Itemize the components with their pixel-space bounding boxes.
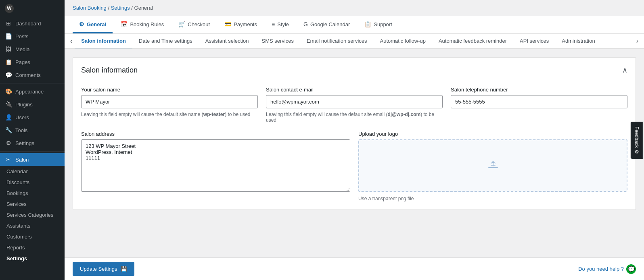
- support-tab-icon: 📋: [364, 21, 371, 27]
- comments-icon: 💬: [5, 72, 12, 78]
- posts-icon: 📄: [5, 33, 12, 39]
- general-tab-icon: ⚙: [79, 21, 84, 27]
- breadcrumb-salon-booking[interactable]: Salon Booking: [73, 5, 107, 11]
- sidebar-item-users[interactable]: 👤 Users: [0, 111, 65, 124]
- salon-name-input[interactable]: [81, 95, 258, 108]
- logo-upload-area[interactable]: [358, 139, 627, 192]
- wp-logo-icon: W: [5, 4, 14, 13]
- logo-group: Upload your logo Use a transparent png f…: [358, 131, 627, 201]
- save-icon: 💾: [121, 266, 127, 272]
- sub-tab-api-services[interactable]: API services: [513, 34, 555, 48]
- tab-payments[interactable]: 💳 Payments: [218, 16, 263, 33]
- style-tab-icon: ≡: [272, 21, 275, 27]
- update-settings-button[interactable]: Update Settings 💾: [73, 262, 134, 276]
- content-area: ⚙ General 📅 Booking Rules 🛒 Checkout 💳 P…: [65, 16, 644, 280]
- svg-rect-2: [488, 167, 498, 168]
- tools-icon: 🔧: [5, 127, 12, 133]
- users-icon: 👤: [5, 114, 12, 120]
- sub-tab-assistant-selection[interactable]: Assistant selection: [199, 34, 255, 48]
- sub-tabs: Salon information Date and Time settings…: [75, 34, 634, 48]
- main-content: Salon Booking / Settings / General ⚙ Gen…: [65, 0, 644, 280]
- top-tabs: ⚙ General 📅 Booking Rules 🛒 Checkout 💳 P…: [65, 16, 644, 34]
- sidebar-item-tools[interactable]: 🔧 Tools: [0, 124, 65, 137]
- salon-name-hint: Leaving this field empty will cause the …: [81, 112, 258, 117]
- plugins-icon: 🔌: [5, 101, 12, 108]
- sidebar-item-posts[interactable]: 📄 Posts: [0, 30, 65, 43]
- telephone-input[interactable]: [451, 95, 627, 108]
- sidebar-sub-item-services-categories[interactable]: Services Categories: [0, 209, 65, 220]
- sidebar-sub-item-bookings[interactable]: Bookings: [0, 188, 65, 199]
- section-title: Salon information: [81, 66, 138, 75]
- tab-general[interactable]: ⚙ General: [73, 16, 113, 33]
- settings-icon: ⚙: [5, 140, 12, 146]
- sub-tab-sms-services[interactable]: SMS services: [255, 34, 300, 48]
- sub-tabs-next-button[interactable]: ›: [634, 34, 641, 48]
- address-group: Salon address 123 WP Mayor Street WordPr…: [81, 131, 350, 201]
- feedback-icon: ⚙: [634, 149, 640, 153]
- salon-icon: ✂: [5, 156, 12, 163]
- salon-name-group: Your salon name Leaving this field empty…: [81, 87, 258, 123]
- contact-email-hint: Leaving this field empty will cause the …: [266, 112, 443, 123]
- appearance-icon: 🎨: [5, 88, 12, 95]
- sidebar-item-comments[interactable]: 💬 Comments: [0, 68, 65, 81]
- payments-tab-icon: 💳: [224, 21, 231, 27]
- sidebar-sub-item-assistants[interactable]: Assistants: [0, 220, 65, 231]
- sidebar: W ⊞ Dashboard 📄 Posts 🖼 Media 📋 Pages 💬 …: [0, 0, 65, 280]
- sub-tabs-prev-button[interactable]: ‹: [68, 34, 75, 48]
- google-calendar-tab-icon: G: [303, 21, 308, 27]
- checkout-tab-icon: 🛒: [178, 21, 185, 27]
- contact-email-label: Salon contact e-mail: [266, 87, 443, 93]
- sidebar-item-media[interactable]: 🖼 Media: [0, 43, 65, 56]
- sidebar-sub-item-calendar[interactable]: Calendar: [0, 166, 65, 177]
- contact-email-group: Salon contact e-mail Leaving this field …: [266, 87, 443, 123]
- help-bubble-icon: 💬: [626, 264, 636, 274]
- sub-tab-automatic-feedback[interactable]: Automatic feedback reminder: [432, 34, 513, 48]
- breadcrumb-settings[interactable]: Settings: [111, 5, 130, 11]
- bottom-bar: Update Settings 💾 Do you need help ? 💬: [65, 257, 644, 280]
- sidebar-logo: W: [0, 0, 65, 17]
- booking-rules-tab-icon: 📅: [121, 21, 128, 27]
- address-label: Salon address: [81, 131, 350, 137]
- sub-tab-administration[interactable]: Administration: [555, 34, 601, 48]
- sub-tab-salon-information[interactable]: Salon information: [75, 34, 132, 48]
- sub-tab-date-time[interactable]: Date and Time settings: [132, 34, 199, 48]
- sub-tab-email-notification[interactable]: Email notification services: [300, 34, 374, 48]
- salon-info-row-2: Salon address 123 WP Mayor Street WordPr…: [81, 131, 627, 201]
- sidebar-sub-item-settings[interactable]: Settings: [0, 253, 65, 264]
- sidebar-item-plugins[interactable]: 🔌 Plugins: [0, 98, 65, 111]
- sidebar-sub-item-services[interactable]: Services: [0, 199, 65, 209]
- telephone-group: Salon telephone number: [451, 87, 627, 123]
- sidebar-item-pages[interactable]: 📋 Pages: [0, 56, 65, 68]
- salon-name-label: Your salon name: [81, 87, 258, 93]
- tab-checkout[interactable]: 🛒 Checkout: [172, 16, 216, 33]
- help-link[interactable]: Do you need help ? 💬: [578, 264, 636, 274]
- upload-hint: Use a transparent png file: [358, 196, 627, 201]
- tab-style[interactable]: ≡ Style: [265, 16, 295, 33]
- sidebar-sub-item-customers[interactable]: Customers: [0, 231, 65, 242]
- tab-support[interactable]: 📋 Support: [358, 16, 399, 33]
- sidebar-sub-item-discounts[interactable]: Discounts: [0, 177, 65, 188]
- breadcrumb-current: General: [134, 5, 153, 11]
- tab-google-calendar[interactable]: G Google Calendar: [297, 16, 356, 33]
- sidebar-sub-item-reports[interactable]: Reports: [0, 242, 65, 253]
- breadcrumb: Salon Booking / Settings / General: [65, 0, 644, 16]
- logo-label: Upload your logo: [358, 131, 627, 137]
- dashboard-icon: ⊞: [5, 20, 12, 27]
- sub-tabs-wrapper: ‹ Salon information Date and Time settin…: [65, 34, 644, 49]
- media-icon: 🖼: [5, 46, 12, 52]
- upload-icon: [486, 157, 500, 174]
- sidebar-item-settings[interactable]: ⚙ Settings: [0, 137, 65, 149]
- sidebar-item-appearance[interactable]: 🎨 Appearance: [0, 85, 65, 98]
- pages-icon: 📋: [5, 59, 12, 65]
- sidebar-item-dashboard[interactable]: ⊞ Dashboard: [0, 17, 65, 30]
- sub-tab-automatic-follow-up[interactable]: Automatic follow-up: [374, 34, 432, 48]
- sidebar-item-salon[interactable]: ✂ Salon: [0, 153, 65, 166]
- section-collapse-button[interactable]: ∧: [622, 66, 627, 75]
- tab-booking-rules[interactable]: 📅 Booking Rules: [114, 16, 170, 33]
- salon-info-row-1: Your salon name Leaving this field empty…: [81, 87, 627, 123]
- address-input[interactable]: 123 WP Mayor Street WordPress, Internet …: [81, 139, 350, 192]
- contact-email-input[interactable]: [266, 95, 443, 108]
- feedback-tab[interactable]: Feedback ⚙: [631, 122, 643, 159]
- section-header: Salon information ∧: [81, 66, 627, 79]
- telephone-label: Salon telephone number: [451, 87, 627, 93]
